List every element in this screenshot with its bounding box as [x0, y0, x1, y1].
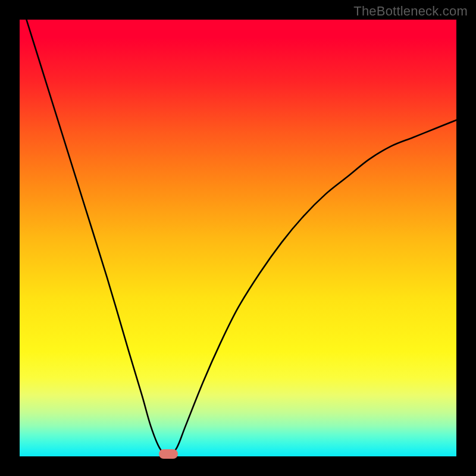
gradient-background — [20, 20, 456, 456]
optimal-marker — [159, 449, 178, 459]
watermark-text: TheBottleneck.com — [353, 4, 468, 19]
chart-frame: TheBottleneck.com — [0, 0, 476, 476]
plot-area — [20, 20, 456, 456]
